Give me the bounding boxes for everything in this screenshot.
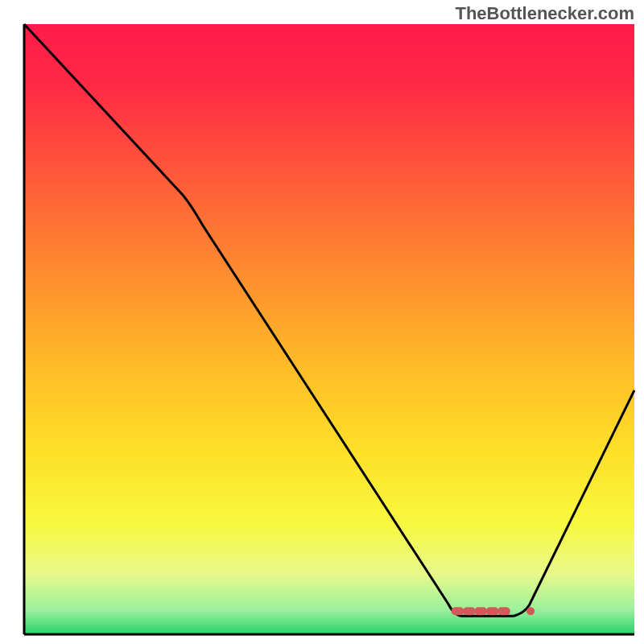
svg-rect-2	[474, 607, 487, 615]
svg-rect-0	[452, 607, 464, 615]
svg-rect-4	[497, 607, 510, 615]
svg-rect-1	[463, 607, 476, 615]
watermark-text: TheBottlenecker.com	[455, 3, 634, 24]
plot-background	[24, 24, 634, 634]
chart-container: TheBottlenecker.com	[0, 0, 644, 644]
bottleneck-chart	[0, 0, 644, 644]
svg-point-5	[526, 607, 535, 615]
svg-rect-3	[486, 607, 499, 615]
